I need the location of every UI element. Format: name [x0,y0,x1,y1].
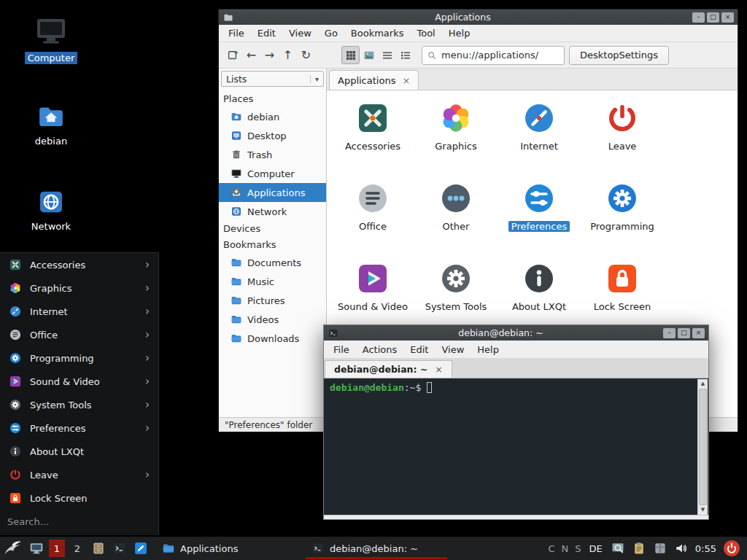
sidebar-item-debian[interactable]: debian [219,107,326,126]
path-bar[interactable]: menu://applications/ [422,46,565,65]
up-button[interactable]: ↑ [279,46,297,64]
sidebar-item-pictures[interactable]: Pictures [219,291,326,310]
maximize-button[interactable]: □ [678,328,690,338]
app-accessories[interactable]: Accessories [331,99,414,179]
sidebar-mode-select[interactable]: Lists ▾ [221,71,324,87]
menu-item-programming[interactable]: Programming › [0,346,158,370]
sidebar-item-applications[interactable]: Applications [219,183,326,202]
desktop-icon-network[interactable]: Network [18,187,85,233]
tab-label: debian@debian: ~ [334,364,427,375]
menu-bookmarks[interactable]: Bookmarks [344,26,411,41]
app-leave[interactable]: Leave [581,99,664,179]
app-programming[interactable]: Programming [581,179,664,260]
menu-go[interactable]: Go [318,26,344,41]
reload-button[interactable]: ↻ [297,46,315,64]
fm-titlebar[interactable]: Applications – □ × [219,9,738,25]
app-internet[interactable]: Internet [498,99,581,179]
menu-item-accessories[interactable]: Accessories › [0,253,158,276]
app-office[interactable]: Office [331,179,414,260]
menu-item-sound-video[interactable]: Sound & Video › [0,370,158,393]
menu-edit[interactable]: Edit [403,342,435,357]
main-menu-button[interactable] [3,539,23,559]
menu-item-leave[interactable]: Leave › [0,463,158,486]
sidebar-item-music[interactable]: Music [219,272,326,291]
sidebar-item-downloads[interactable]: Downloads [219,329,326,348]
menu-file[interactable]: File [327,342,356,357]
menu-file[interactable]: File [222,26,251,41]
task-button-applications[interactable]: Applications [156,537,306,560]
minimize-button[interactable]: – [692,12,705,23]
task-label: Applications [180,543,238,554]
keyboard-layout-indicator[interactable]: DE [589,543,603,554]
sidebar-item-label: Videos [247,314,279,325]
compact-view-button[interactable] [378,46,396,64]
sidebar-item-desktop[interactable]: Desktop [219,126,326,145]
icon-view-button[interactable] [341,46,360,64]
leave-button[interactable] [723,540,740,557]
maximize-button[interactable]: □ [707,12,719,23]
thumbnail-view-button[interactable] [360,46,378,64]
tab-applications[interactable]: Applications × [329,70,419,90]
new-tab-button[interactable] [224,46,242,64]
menu-search-input[interactable] [7,516,151,527]
quicklaunch-terminal[interactable] [112,540,128,556]
quicklaunch-editor[interactable] [133,540,149,556]
desktop-icon-debian[interactable]: debian [18,102,85,147]
close-button[interactable]: × [692,328,705,338]
menu-view[interactable]: View [435,342,471,357]
desktop-icon-computer[interactable]: Computer [18,13,85,64]
menu-item-preferences[interactable]: Preferences › [0,416,158,440]
app-graphics[interactable]: Graphics [414,99,498,179]
menu-edit[interactable]: Edit [251,26,282,41]
terminal-titlebar[interactable]: debian@debian: ~ – □ × [324,325,708,341]
menu-help[interactable]: Help [442,26,477,41]
scroll-down-icon[interactable]: ▼ [698,505,708,515]
back-button[interactable]: ← [242,46,260,64]
chevron-down-icon: ▾ [310,75,323,83]
terminal-scrollbar[interactable]: ▲ ▼ [697,379,708,515]
menu-item-lock-screen[interactable]: Lock Screen [0,486,158,510]
menu-tool[interactable]: Tool [410,26,441,41]
menu-item-internet[interactable]: Internet › [0,300,158,323]
desktop-settings-button[interactable]: DesktopSettings [569,46,669,65]
app-label: Programming [590,221,654,232]
tab-close-icon[interactable]: × [435,364,442,375]
app-preferences[interactable]: Preferences [498,179,581,260]
submenu-chevron-icon: › [145,281,158,295]
quicklaunch-file-cabinet[interactable] [90,540,107,556]
menu-item-system-tools[interactable]: System Tools › [0,393,158,416]
task-button-terminal[interactable]: debian@debian: ~ [306,537,447,560]
menu-help[interactable]: Help [471,342,506,357]
menu-item-graphics[interactable]: Graphics › [0,276,158,300]
tab-close-icon[interactable]: × [402,75,410,86]
minimize-button[interactable]: – [663,328,676,338]
app-other[interactable]: Other [414,179,498,260]
detailed-view-button[interactable] [396,46,414,64]
sidebar-item-computer[interactable]: Computer [219,164,326,183]
screenshot-icon [611,541,625,556]
forward-button[interactable]: → [260,46,279,64]
menu-view[interactable]: View [282,26,318,41]
removable-media-tray-icon[interactable] [653,541,667,556]
sidebar-item-trash[interactable]: Trash [219,145,326,164]
menu-actions[interactable]: Actions [356,342,404,357]
clock[interactable]: 0:55 [695,543,716,554]
clipboard-tray-icon[interactable] [632,541,646,556]
close-button[interactable]: × [721,12,734,23]
workspace-2-button[interactable]: 2 [69,540,85,557]
terminal-content[interactable]: debian@debian:~$ [324,378,708,516]
workspace-1-button[interactable]: 1 [49,540,65,557]
terminal-tab[interactable]: debian@debian: ~ × [325,360,452,378]
sidebar-item-network[interactable]: Network [219,202,326,221]
scrollbar-thumb[interactable] [699,389,707,505]
screenshot-tray-icon[interactable] [611,541,625,556]
show-desktop-button[interactable] [28,540,44,556]
folder-icon [231,295,242,306]
sidebar-item-documents[interactable]: Documents [219,253,326,272]
app-label: Internet [520,141,558,152]
sidebar-item-videos[interactable]: Videos [219,310,326,329]
menu-item-about-lxqt[interactable]: About LXQt [0,440,158,463]
scroll-up-icon[interactable]: ▲ [698,379,708,389]
volume-tray-icon[interactable] [674,541,689,556]
menu-item-office[interactable]: Office › [0,323,158,346]
